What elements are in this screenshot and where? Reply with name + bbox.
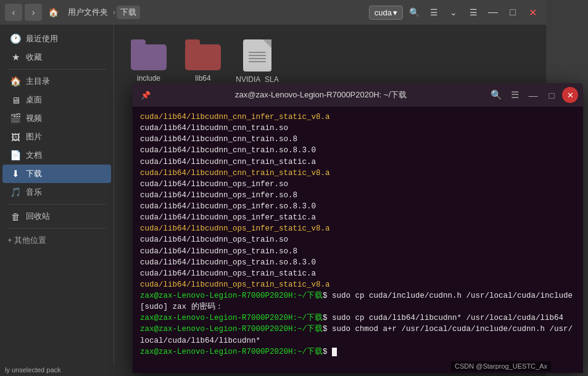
file-lines: [249, 52, 266, 62]
term-line-6: cuda/lib64/libcudnn_cnn_train_static_v8.…: [140, 168, 576, 179]
fm-titlebar: ‹ › 🏠 用户文件夹 › 下载 cuda ▾ 🔍 ☰ ⌄ ☰ — □ ✕: [0, 0, 546, 25]
search-button[interactable]: 🔍: [405, 4, 423, 21]
dropdown-chevron: ▾: [393, 8, 397, 17]
file-line-3: [249, 58, 266, 59]
sidebar-add-location[interactable]: + 其他位置: [0, 231, 114, 250]
term-prompt-4: zax@zax-Lenovo-Legion-R7000P2020H:~/下载: [140, 348, 323, 356]
maximize-button[interactable]: □: [504, 4, 521, 21]
recent-icon: 🕐: [10, 33, 21, 44]
file-line-1: [249, 52, 266, 53]
include-label: include: [137, 74, 160, 83]
term-line-14: cuda/lib64/libcudnn_ops_train.so.8.3.0: [140, 257, 576, 268]
term-text-yellow: cuda/lib64/libcudnn_cnn_train_static_v8.…: [140, 169, 330, 178]
sidebar-label-documents: 文档: [26, 150, 42, 161]
sidebar-item-trash[interactable]: 🗑 回收站: [2, 207, 111, 226]
documents-icon: 📄: [10, 150, 21, 161]
term-cmd4: zax@zax-Lenovo-Legion-R7000P2020H:~/下载$: [140, 346, 576, 358]
forward-button[interactable]: ›: [25, 4, 42, 21]
term-line-1: cuda/lib64/libcudnn_cnn_infer_static_v8.…: [140, 112, 576, 123]
term-cmd1: zax@zax-Lenovo-Legion-R7000P2020H:~/下载$ …: [140, 290, 576, 301]
folder-tab: [185, 39, 200, 46]
sidebar-item-pictures[interactable]: 🖼 图片: [2, 128, 111, 146]
home-button[interactable]: 🏠: [44, 4, 62, 21]
sidebar-item-videos[interactable]: 🎬 视频: [2, 109, 111, 128]
file-item-lib64[interactable]: lib64: [178, 35, 228, 89]
sort-button[interactable]: ⌄: [445, 4, 462, 21]
sidebar-item-home[interactable]: 🏠 主目录: [2, 72, 111, 91]
term-line-3: cuda/lib64/libcudnn_cnn_train.so.8: [140, 134, 576, 145]
term-text-y3: cuda/lib64/libcudnn_ops_train_static_v8.…: [140, 280, 330, 289]
term-line-12: cuda/lib64/libcudnn_ops_train.so: [140, 234, 576, 245]
fm-sidebar: 🕐 最近使用 ★ 收藏 🏠 主目录 🖥 桌面 🎬: [0, 25, 114, 376]
breadcrumb: 用户文件夹 › 下载: [64, 6, 366, 19]
term-titlebar: 📌 zax@zax-Lenovo-Legion-R7000P2020H: ~/下…: [133, 83, 583, 107]
sidebar-label-home: 主目录: [26, 76, 50, 87]
file-item-nvidia-sla[interactable]: NVIDIA_SLA: [233, 35, 282, 89]
menu-button[interactable]: ☰: [465, 4, 482, 21]
term-title: zax@zax-Lenovo-Legion-R7000P2020H: ~/下载: [154, 89, 488, 100]
term-body[interactable]: cuda/lib64/libcudnn_cnn_infer_static_v8.…: [133, 107, 583, 373]
pictures-icon: 🖼: [10, 132, 21, 142]
sidebar-label-desktop: 桌面: [26, 94, 42, 105]
term-line-16: cuda/lib64/libcudnn_ops_train_static_v8.…: [140, 279, 576, 290]
file-line-2: [249, 55, 266, 56]
term-prompt-1: zax@zax-Lenovo-Legion-R7000P2020H:~/下载: [140, 292, 323, 300]
back-button[interactable]: ‹: [5, 4, 22, 21]
csdn-watermark: CSDN @Starprog_UESTC_Ax: [451, 361, 551, 371]
sidebar-item-starred[interactable]: ★ 收藏: [2, 48, 111, 67]
sidebar-label-starred: 收藏: [26, 52, 42, 63]
term-dollar-1: $ sudo cp cuda/include/cudnn.h /usr/loca…: [323, 292, 573, 300]
lib64-label: lib64: [195, 74, 210, 83]
term-line-11: cuda/lib64/libcudnn_ops_infer_static_v8.…: [140, 223, 576, 234]
minimize-button[interactable]: —: [484, 4, 502, 21]
sidebar-label-recent: 最近使用: [26, 33, 58, 44]
sidebar-item-documents[interactable]: 📄 文档: [2, 146, 111, 165]
term-prompt-3: zax@zax-Lenovo-Legion-R7000P2020H:~/下载: [140, 325, 323, 333]
term-line-4: cuda/lib64/libcudnn_cnn_train.so.8.3.0: [140, 145, 576, 156]
sidebar-divider-1: [7, 69, 106, 70]
music-icon: 🎵: [10, 187, 21, 198]
term-line-7: cuda/lib64/libcudnn_ops_infer.so: [140, 179, 576, 190]
term-text: cuda/lib64/libcudnn_cnn_infer_static_v8.…: [140, 113, 330, 121]
folder-body: [131, 44, 167, 70]
sidebar-section-places: 🕐 最近使用 ★ 收藏 🏠 主目录 🖥 桌面 🎬: [0, 30, 114, 250]
location-dropdown[interactable]: cuda ▾: [369, 6, 403, 20]
term-line-2: cuda/lib64/libcudnn_cnn_train.so: [140, 123, 576, 134]
term-minimize-button[interactable]: —: [525, 87, 541, 103]
term-line-10: cuda/lib64/libcudnn_ops_infer_static.a: [140, 212, 576, 223]
term-menu-button[interactable]: ☰: [507, 87, 523, 103]
folder-tab: [131, 39, 146, 46]
include-folder-icon: [131, 39, 167, 70]
file-item-include[interactable]: include: [124, 35, 173, 89]
term-titlebar-right: 🔍 ☰ — □ ✕: [488, 87, 578, 103]
breadcrumb-item-home[interactable]: 用户文件夹: [64, 6, 112, 19]
list-view-button[interactable]: ☰: [425, 4, 442, 21]
bottom-status-text: ly unselected pack: [0, 364, 114, 376]
term-cursor: [332, 348, 337, 356]
term-pin-button[interactable]: 📌: [138, 87, 154, 103]
term-dollar-2: $ sudo cp cuda/lib64/libcudnn* /usr/loca…: [323, 314, 563, 322]
term-titlebar-left: 📌: [138, 87, 154, 103]
sidebar-item-music[interactable]: 🎵 音乐: [2, 183, 111, 202]
term-line-8: cuda/lib64/libcudnn_ops_infer.so.8: [140, 190, 576, 201]
star-icon: ★: [10, 52, 21, 63]
sidebar-item-desktop[interactable]: 🖥 桌面: [2, 91, 111, 109]
term-line-5: cuda/lib64/libcudnn_cnn_train_static.a: [140, 157, 576, 168]
term-maximize-button[interactable]: □: [544, 87, 560, 103]
add-location-label: + 其他位置: [7, 235, 46, 246]
term-line-9: cuda/lib64/libcudnn_ops_infer.so.8.3.0: [140, 201, 576, 212]
close-fm-button[interactable]: ✕: [524, 4, 541, 21]
sidebar-divider-2: [7, 204, 106, 205]
term-search-button[interactable]: 🔍: [488, 87, 504, 103]
term-prompt-2: zax@zax-Lenovo-Legion-R7000P2020H:~/下载: [140, 314, 323, 322]
breadcrumb-separator: ›: [113, 8, 115, 17]
video-icon: 🎬: [10, 113, 21, 124]
term-sudo: [sudo] zax 的密码：: [140, 301, 576, 313]
downloads-icon: ⬇: [10, 168, 21, 179]
sidebar-label-videos: 视频: [26, 113, 42, 124]
term-close-button[interactable]: ✕: [562, 87, 578, 103]
term-line-15: cuda/lib64/libcudnn_ops_train_static.a: [140, 268, 576, 279]
sidebar-item-recent[interactable]: 🕐 最近使用: [2, 30, 111, 48]
breadcrumb-item-current[interactable]: 下载: [117, 6, 140, 19]
sidebar-item-downloads[interactable]: ⬇ 下载: [2, 165, 111, 183]
